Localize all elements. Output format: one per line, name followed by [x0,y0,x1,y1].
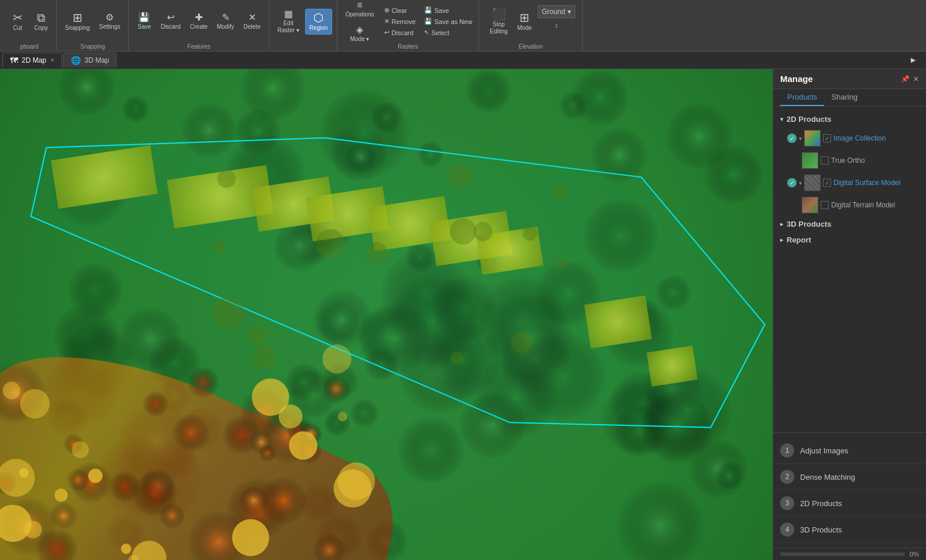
elevation-arrows-icon: ↕ [555,22,558,29]
section-3d-products[interactable]: ▸ 3D Products [773,216,926,232]
panel-title: Manage [780,74,813,84]
2d-map-tab-icon: 🗺 [10,56,18,65]
clipboard-group-label: pboard [2,43,56,50]
step-3-label: 2D Products [800,499,842,508]
dtm-thumb [802,197,818,213]
mode-btn[interactable]: ⊞ Mode [514,9,535,34]
dsm-check[interactable] [823,179,831,187]
snapping-button[interactable]: ⊞ Snapping [61,9,93,34]
mode-dropdown-button[interactable]: ◈ Mode ▾ [347,23,373,45]
elevation-group: ⬛ StopEditing ⊞ Mode Ground ▾ ↕ Elevatio… [479,0,583,51]
step-dense-matching[interactable]: 2 Dense Matching [773,464,926,490]
edit-raster-button[interactable]: ▦ EditRaster ▾ [274,7,303,36]
dtm-label: Digital Terrain Model [831,201,895,209]
section-2d-products[interactable]: ▾ 2D Products [773,111,926,127]
image-collection-check[interactable] [823,134,831,142]
2d-products-label: 2D Products [787,115,832,124]
step-3-num: 3 [780,496,794,510]
snapping-group: ⊞ Snapping ⚙ Settings Snapping [57,0,129,51]
panel-toggle-button[interactable]: ▶ [903,55,924,65]
operations-button[interactable]: ≡ Operations [342,0,378,21]
settings-button[interactable]: ⚙ Settings [95,11,124,33]
clear-button[interactable]: ⊗ Clear [382,6,418,15]
dsm-item[interactable]: ✓ ▾ Digital Surface Model [773,172,926,194]
edit-raster-icon: ▦ [284,9,293,19]
step-adjust-images[interactable]: 1 Adjust Images [773,438,926,464]
dtm-expand: ▸ [797,202,799,209]
step-2d-products[interactable]: 3 2D Products [773,490,926,517]
discard-raster-icon: ↩ [384,29,389,36]
create-label: Create [190,23,207,30]
save-button[interactable]: 💾 Save [134,11,155,33]
edit-region-group: ▦ EditRaster ▾ ⬡ Region [269,0,337,51]
create-button[interactable]: ✚ Create [186,11,211,33]
mode-btn-label: Mode [517,25,532,32]
delete-icon: ✕ [248,13,256,22]
products-tab[interactable]: Products [780,89,824,106]
step-2-num: 2 [780,470,794,484]
select-icon: ↖ [424,29,429,36]
region-button[interactable]: ⬡ Region [305,9,332,35]
stop-editing-button[interactable]: ⬛ StopEditing [486,6,511,37]
save-icon: 💾 [138,13,150,22]
discard-raster-label: Discard [392,29,414,36]
panel-toggle-icon: ▶ [911,56,915,64]
main-area: Manage 📌 ✕ Products Sharing ▾ 2D Product… [0,69,926,560]
true-ortho-check[interactable] [821,156,829,165]
panel-close-button[interactable]: ✕ [913,75,919,83]
dsm-thumb [804,175,821,191]
step-2-label: Dense Matching [800,473,855,482]
image-collection-item[interactable]: ✓ ▾ Image Collection [773,127,926,149]
discard-raster-button[interactable]: ↩ Discard [382,28,418,37]
step-3d-products[interactable]: 4 3D Products [773,517,926,543]
dsm-expand[interactable]: ▾ [799,180,802,186]
clipboard-group: ✂ Cut ⧉ Copy pboard [2,0,57,51]
cut-button[interactable]: ✂ Cut [7,9,28,34]
remove-label: Remove [392,18,416,25]
dtm-item[interactable]: ▸ Digital Terrain Model [773,194,926,216]
edit-raster-label: EditRaster ▾ [278,20,299,34]
dtm-check[interactable] [821,201,829,209]
tab-2d-map[interactable]: 🗺 2D Map ✕ [2,53,62,68]
settings-label: Settings [99,23,120,30]
mode-btn-icon: ⊞ [520,12,529,23]
true-ortho-item[interactable]: ▸ True Ortho [773,149,926,172]
ground-dropdown[interactable]: Ground ▾ [538,5,575,18]
tab-3d-map[interactable]: 🌐 3D Map [63,53,117,67]
remove-button[interactable]: ✕ Remove [382,17,418,26]
2d-map-tab-close[interactable]: ✕ [50,57,54,63]
save-as-new-icon: 💾 [424,18,432,25]
3d-map-tab-icon: 🌐 [71,56,81,65]
save-raster-label: Save [435,7,449,14]
cut-icon: ✂ [13,12,23,23]
panel-header: Manage 📌 ✕ [773,69,926,89]
true-ortho-thumb [802,152,818,169]
elevation-arrows-btn[interactable]: ↕ [538,21,575,30]
2d-map-tab-label: 2D Map [22,56,46,64]
stop-editing-icon: ⬛ [491,8,506,20]
discard-button[interactable]: ↩ Discard [157,11,184,33]
map-area[interactable] [0,69,773,560]
copy-button[interactable]: ⧉ Copy [30,9,52,34]
toolbar: ✂ Cut ⧉ Copy pboard ⊞ Snapping ⚙ Setting… [0,0,926,52]
modify-label: Modify [217,23,234,30]
sharing-tab[interactable]: Sharing [824,89,865,106]
image-collection-expand[interactable]: ▾ [799,135,802,142]
save-raster-icon: 💾 [424,6,432,14]
right-panel: Manage 📌 ✕ Products Sharing ▾ 2D Product… [773,69,926,560]
stop-editing-label: StopEditing [490,21,508,35]
features-group: 💾 Save ↩ Discard ✚ Create ✎ Modify ✕ Del… [129,0,269,51]
delete-button[interactable]: ✕ Delete [240,11,264,33]
dsm-label: Digital Surface Model [833,179,900,187]
delete-label: Delete [244,23,261,30]
3d-map-tab-label: 3D Map [84,56,109,64]
region-label: Region [309,25,328,32]
copy-label: Copy [34,25,47,32]
modify-button[interactable]: ✎ Modify [213,11,237,33]
panel-pin-button[interactable]: 📌 [901,75,910,83]
true-ortho-expand: ▸ [797,158,799,164]
save-as-new-button[interactable]: 💾 Save as New [422,17,474,26]
section-report[interactable]: ▸ Report [773,232,926,248]
select-button[interactable]: ↖ Select [422,28,474,37]
save-raster-button[interactable]: 💾 Save [422,6,474,15]
